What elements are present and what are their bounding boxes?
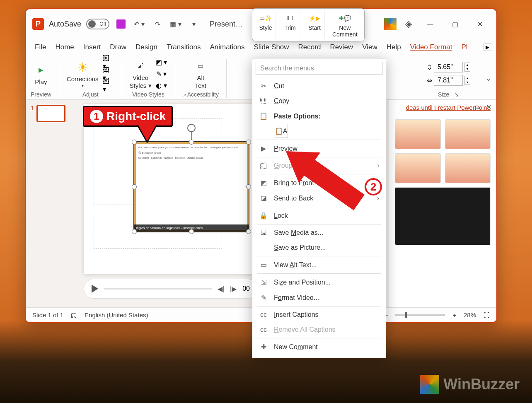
ctx-view-alt-text[interactable]: ▭View Alt Text... [252,257,386,273]
design-idea-tile[interactable] [445,153,491,183]
tab-record[interactable]: Record [294,41,325,53]
zoom-in-button[interactable]: + [452,311,456,319]
annotation-step-1: 1 Right-click [83,106,173,127]
mini-style-button[interactable]: ▭✨Style [256,11,276,39]
copy-icon: ⿻ [259,97,268,105]
play-button[interactable]: ▶ Play [34,63,48,85]
color-button[interactable]: 🖼 ▾ [103,57,114,67]
height-spinner[interactable]: ▴▾ [464,63,470,72]
ctx-insert-captions[interactable]: ccInsert Captions [252,307,386,322]
design-idea-tile[interactable] [395,187,491,245]
tab-slide-show[interactable]: Slide Show [250,41,293,53]
width-input[interactable]: 7.81" [434,75,463,86]
undo-button[interactable]: ↶ ▾ [133,17,146,31]
resize-handle[interactable] [246,184,251,189]
resize-handle[interactable] [132,184,137,189]
captions-icon: cc [259,311,268,319]
accessibility-icon[interactable]: 🕮 [71,311,77,319]
resize-handle[interactable] [132,229,137,234]
ctx-size-and-position[interactable]: ⇲Size and Position... [252,275,386,290]
zoom-level[interactable]: 28% [464,311,476,319]
step-back-icon[interactable]: ◀| [218,285,224,293]
zoom-slider[interactable] [395,314,445,316]
tab-animations[interactable]: Animations [206,41,249,53]
tab-insert[interactable]: Insert [79,41,105,53]
tab-draw[interactable]: Draw [106,41,131,53]
redo-button[interactable]: ↷ [151,17,164,31]
close-button[interactable]: ✕ [470,16,490,32]
ctx-paste-options-label: 📋Paste Options: [252,109,386,124]
pane-close-icon[interactable]: ✕ [486,103,491,111]
mini-trim-button[interactable]: 🎞Trim [280,11,300,39]
corrections-button[interactable]: ☀ Corrections ▾ [67,60,99,88]
resize-handle[interactable] [189,229,194,234]
reset-design-button[interactable]: 🖼 ▾ [103,80,114,90]
ctx-format-video[interactable]: ✎Format Video... [252,290,386,305]
video-object[interactable]: For quick access, place your favorites h… [133,141,249,232]
addins-cube-icon[interactable] [384,17,397,31]
present-button[interactable]: ▦ ▾ [169,17,182,31]
thumbnail-slide-1[interactable]: 1 [31,105,75,122]
captions-icon: cc [259,326,268,333]
menu-search-input[interactable]: Search the menus [256,62,382,75]
toggle-knob [88,20,96,28]
pane-collapse-icon[interactable]: ⌄ [475,103,480,111]
tab-video-format[interactable]: Video Format [406,41,457,53]
ctx-new-comment[interactable]: ✚New Comment [252,339,386,355]
autosave-toggle[interactable]: Off [86,19,109,29]
play-icon: ▶ [259,145,268,152]
design-ideas-pane: ⌄ ✕ deas until I restart PowerPoint. [389,100,496,307]
ctx-copy[interactable]: ⿻Copy [252,94,386,109]
resize-handle[interactable] [132,140,137,145]
qat-overflow[interactable]: ▾ [187,17,201,31]
width-spinner[interactable]: ▴▾ [464,76,470,85]
maximize-button[interactable]: ▢ [445,16,465,32]
video-border-button[interactable]: ✎ ▾ [156,69,167,79]
rotate-handle-icon[interactable] [187,124,196,132]
alt-text-button[interactable]: ▭ Alt Text [193,58,208,89]
tab-file[interactable]: File [31,41,50,53]
ribbon-group-size: ⇕ 5.65" ▴▾ ⇔ 7.81" ▴▾ Size ↘ [427,59,478,98]
play-icon[interactable] [92,285,98,293]
height-input[interactable]: 5.65" [434,62,463,72]
seek-track[interactable] [104,288,212,290]
premium-diamond-icon[interactable]: ◈ [402,17,415,31]
tab-design[interactable]: Design [131,41,162,53]
ctx-save-media-as[interactable]: 🖫Save Media as... [252,225,386,240]
ribbon-collapse-button[interactable]: ⌄ [485,74,491,83]
design-idea-tile[interactable] [395,119,441,149]
design-idea-tile[interactable] [445,119,491,149]
mini-start-button[interactable]: ⚡▶Start [305,11,325,39]
ctx-lock[interactable]: 🔒Lock [252,208,386,223]
slide-counter[interactable]: Slide 1 of 1 [32,311,63,319]
ctx-remove-captions: ccRemove All Captions [252,322,386,337]
ctx-send-to-back[interactable]: ◪Send to Back› [252,191,386,206]
design-idea-tile[interactable] [395,153,441,183]
video-styles-button[interactable]: 🖌 Video Styles ▾ [130,58,152,89]
tab-scroll-right[interactable]: ▶ [484,43,491,51]
tab-home[interactable]: Home [51,41,78,53]
comment-icon: ✚ [259,343,268,351]
ctx-save-as-picture[interactable]: Save as Picture... [252,240,386,255]
language-indicator[interactable]: English (United States) [85,311,148,319]
tab-transitions[interactable]: Transitions [162,41,205,53]
tab-playback-partial[interactable]: Pl [457,41,472,53]
tab-help[interactable]: Help [382,41,405,53]
video-shape-button[interactable]: ◩ ▾ [156,57,167,67]
resize-handle[interactable] [246,229,251,234]
tab-review[interactable]: Review [326,41,357,53]
tab-view[interactable]: View [358,41,382,53]
fit-to-window-icon[interactable]: ⛶ [484,311,490,319]
resize-handle[interactable] [189,140,194,145]
height-icon: ⇕ [427,63,432,71]
ribbon-group-preview: ▶ Play Preview [31,59,59,98]
ctx-cut[interactable]: ✂Cut [252,78,386,94]
paste-keep-text-button[interactable]: 📋A [274,124,288,138]
send-back-icon: ◪ [259,194,268,202]
mini-new-comment-button[interactable]: ✚💬 New Comment [329,11,361,39]
minimize-button[interactable]: — [420,16,440,32]
step-forward-icon[interactable]: |▶ [230,285,237,293]
poster-frame-button[interactable]: 🖼 ▾ [103,69,114,79]
resize-handle[interactable] [246,140,251,145]
save-button[interactable] [114,17,128,31]
